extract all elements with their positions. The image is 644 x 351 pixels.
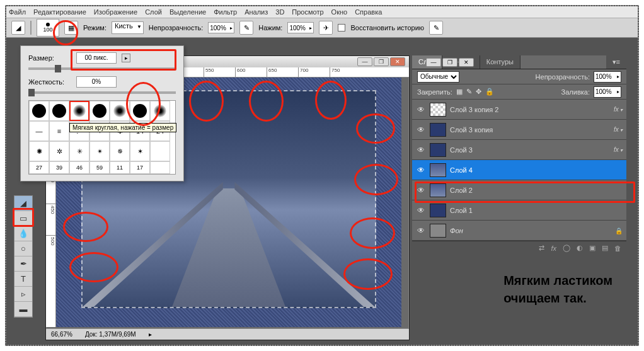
layer-effects-icon[interactable]: fx [614, 106, 623, 113]
flow-input[interactable]: 100% [287, 22, 314, 33]
brush-preset[interactable]: ≡ [49, 121, 69, 141]
link-layers-icon[interactable]: ⇄ [539, 244, 544, 252]
menu-window[interactable]: Окно [331, 8, 348, 16]
layer-thumbnail[interactable] [430, 204, 446, 217]
menu-view[interactable]: Просмотр [292, 8, 323, 16]
menu-select[interactable]: Выделение [170, 8, 206, 16]
layer-style-icon[interactable]: fx [551, 245, 556, 252]
visibility-icon[interactable]: 👁 [416, 205, 426, 216]
lock-all-icon[interactable]: 🔒 [485, 88, 494, 96]
lock-pixels-icon[interactable]: ✎ [466, 88, 472, 96]
layer-row[interactable]: 👁Слой 3 копия 2fx [412, 100, 626, 120]
blend-mode-select[interactable]: Обычные [417, 71, 459, 83]
menu-help[interactable]: Справка [355, 8, 382, 16]
layer-effects-icon[interactable]: fx [614, 126, 623, 133]
brush-preset[interactable] [150, 141, 170, 161]
layer-thumbnail[interactable] [430, 163, 446, 177]
layer-thumbnail[interactable] [430, 123, 446, 137]
lock-position-icon[interactable]: ✥ [476, 88, 481, 96]
menu-analysis[interactable]: Анализ [244, 8, 268, 16]
layer-row[interactable]: 👁Слой 4 [412, 160, 626, 180]
layer-row[interactable]: 👁Слой 1 [412, 200, 626, 221]
lock-transparency-icon[interactable]: ▦ [456, 88, 463, 96]
layer-name[interactable]: Фон [450, 227, 611, 234]
hardness-value[interactable]: 0% [76, 76, 117, 88]
opacity-input[interactable]: 100% [208, 22, 234, 33]
status-arrow-icon[interactable]: ▸ [149, 331, 152, 338]
brush-preset[interactable]: ✴ [89, 141, 110, 161]
blur-tool[interactable]: 💧 [14, 226, 32, 241]
brush-preset[interactable]: — [29, 121, 49, 141]
hardness-slider[interactable] [28, 91, 176, 94]
layer-name[interactable]: Слой 3 копия [450, 126, 610, 134]
layer-mask-icon[interactable]: ◯ [563, 244, 570, 252]
shape-tool[interactable]: ▬ [14, 302, 32, 317]
visibility-icon[interactable]: 👁 [416, 145, 426, 155]
layer-opacity-input[interactable]: 100% [594, 71, 621, 83]
brush-preset[interactable] [89, 101, 110, 121]
layer-name[interactable]: Слой 3 [450, 146, 610, 154]
layer-thumbnail[interactable] [430, 143, 446, 157]
layer-row[interactable]: 👁Слой 2 [412, 180, 626, 200]
layer-name[interactable]: Слой 4 [450, 166, 623, 174]
visibility-icon[interactable]: 👁 [416, 165, 426, 175]
brush-preset[interactable]: ✳ [69, 141, 89, 161]
brush-preset[interactable]: ✵ [110, 141, 130, 161]
layer-thumbnail[interactable] [430, 183, 446, 197]
minimize-icon[interactable]: — [426, 58, 441, 67]
brush-preset[interactable] [150, 101, 170, 121]
close-icon[interactable]: ✕ [459, 58, 474, 67]
brush-preset[interactable]: ✺ [29, 141, 49, 161]
path-tool[interactable]: ▹ [14, 287, 32, 302]
tablet-size-icon[interactable]: ✎ [429, 21, 443, 35]
brush-preset-selected[interactable] [69, 101, 89, 121]
dodge-tool[interactable]: ○ [14, 241, 32, 256]
size-value[interactable]: 00 пикс. [76, 52, 117, 64]
size-slider[interactable] [28, 67, 176, 70]
brush-preset[interactable] [49, 101, 69, 121]
layer-name[interactable]: Слой 1 [450, 207, 623, 214]
tab-paths[interactable]: Контуры [480, 55, 520, 69]
zoom-level[interactable]: 66,67% [51, 331, 72, 338]
menu-image[interactable]: Изображение [94, 8, 137, 16]
fill-input[interactable]: 100% [594, 86, 621, 98]
menu-filter[interactable]: Фильтр [214, 8, 237, 16]
layer-thumbnail[interactable] [430, 103, 446, 117]
visibility-icon[interactable]: 👁 [416, 226, 426, 236]
visibility-icon[interactable]: 👁 [416, 185, 426, 195]
visibility-icon[interactable]: 👁 [416, 105, 426, 115]
airbrush-icon[interactable]: ✈ [319, 21, 333, 35]
menu-layer[interactable]: Слой [145, 8, 162, 16]
doc-minimize-icon[interactable]: — [357, 57, 372, 66]
delete-layer-icon[interactable]: 🗑 [614, 245, 621, 252]
brush-preset[interactable] [29, 101, 49, 121]
new-layer-icon[interactable]: ▤ [602, 244, 608, 252]
layer-name[interactable]: Слой 3 копия 2 [450, 106, 610, 113]
brush-preset[interactable]: ✶ [130, 141, 150, 161]
adjustment-layer-icon[interactable]: ◐ [577, 244, 583, 252]
type-tool[interactable]: T [14, 272, 32, 287]
panel-menu-icon[interactable]: ▾≡ [606, 55, 626, 69]
layer-name[interactable]: Слой 2 [450, 187, 623, 194]
layer-group-icon[interactable]: ▣ [589, 244, 595, 252]
tablet-opacity-icon[interactable]: ✎ [239, 21, 253, 35]
brush-preset[interactable]: ✲ [49, 141, 69, 161]
doc-maximize-icon[interactable]: ❐ [374, 57, 389, 66]
menu-3d[interactable]: 3D [275, 8, 284, 16]
menu-file[interactable]: Файл [9, 8, 26, 16]
popup-arrow-icon[interactable]: ▸ [122, 54, 130, 62]
layer-effects-icon[interactable]: fx [614, 146, 623, 153]
visibility-icon[interactable]: 👁 [416, 125, 426, 135]
brush-panel-toggle-icon[interactable]: ▦ [64, 21, 78, 35]
gradient-tool[interactable]: ▭ [14, 211, 32, 226]
brush-preset[interactable] [130, 101, 150, 121]
layer-row[interactable]: 👁Фон [412, 221, 626, 241]
maximize-icon[interactable]: ❐ [442, 58, 457, 67]
brush-preset[interactable] [110, 101, 130, 121]
menu-edit[interactable]: Редактирование [33, 8, 86, 16]
eraser-tool[interactable]: ◢ [14, 196, 32, 211]
layer-row[interactable]: 👁Слой 3 копияfx [412, 120, 626, 140]
doc-close-icon[interactable]: ✕ [390, 57, 405, 66]
pen-tool[interactable]: ✒ [14, 256, 32, 272]
layer-thumbnail[interactable] [430, 224, 446, 238]
